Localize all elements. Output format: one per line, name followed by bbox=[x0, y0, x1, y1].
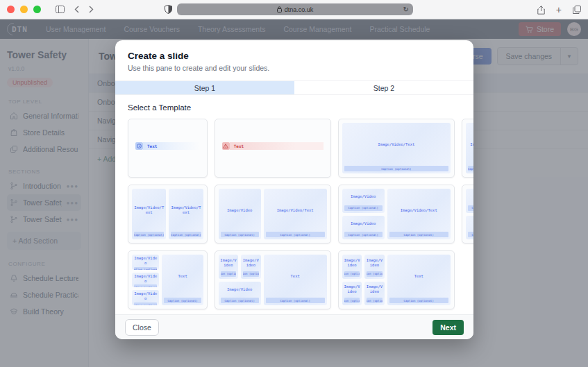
panel-label: Image/Video bbox=[466, 216, 473, 232]
template-panel: Image/VideoCaption (optional) bbox=[466, 216, 473, 240]
modal-body: Select a Template TextTextImage/Video/Te… bbox=[115, 95, 473, 318]
panel-label: Image/Video bbox=[342, 216, 385, 232]
back-icon[interactable] bbox=[74, 6, 79, 13]
step-tab[interactable]: Step 1 bbox=[115, 81, 294, 94]
template-panel: Image/VideoCaption (optional) bbox=[132, 290, 159, 305]
banner-text: Text bbox=[230, 142, 324, 150]
tab-overview-icon[interactable] bbox=[573, 6, 581, 14]
template-card-mixed-grid-plus-text[interactable]: Image/VideoCaption (optional)Image/Video… bbox=[215, 250, 331, 309]
panel-label: Image/Video bbox=[219, 189, 261, 232]
forward-icon[interactable] bbox=[89, 6, 94, 13]
panel-label: Image/Video bbox=[132, 290, 159, 302]
panel-stack: Image/VideoCaption (optional)Image/Video… bbox=[342, 255, 385, 305]
panel-caption: Caption (optional) bbox=[344, 205, 383, 211]
template-panel: Image/VideoCaption (optional) bbox=[342, 255, 362, 279]
template-card-info-banner[interactable]: Text bbox=[128, 119, 208, 178]
panel-label: Image/Video bbox=[219, 255, 238, 271]
template-panel: Image/Video/TextCaption (optional) bbox=[169, 189, 203, 239]
panel-stack: Image/VideoCaption (optional)Image/Video… bbox=[132, 255, 159, 305]
panel-caption: Caption (optional) bbox=[134, 267, 157, 270]
panel-label: Image/Video bbox=[241, 255, 260, 271]
panel-label: Image/Video bbox=[466, 189, 473, 205]
template-panel: Image/VideoCaption (optional) bbox=[219, 255, 238, 279]
template-layout: Image/VideoCaption (optional)Image/Video… bbox=[466, 189, 473, 239]
template-panel: Image/VideoCaption (optional) bbox=[219, 189, 261, 239]
panel-label: Image/Video/Text bbox=[387, 189, 451, 232]
panel-label: Image/Video/Text bbox=[169, 189, 203, 232]
template-card-two-stack-plus-text[interactable]: Image/VideoCaption (optional)Image/Video… bbox=[462, 185, 473, 244]
template-panel: Image/Video/TextCaption (optional) bbox=[132, 189, 166, 239]
panel-stack: Image/VideoCaption (optional)Image/Video… bbox=[219, 255, 261, 305]
panel-caption: Caption (optional) bbox=[367, 271, 382, 277]
template-card-single-panel[interactable]: Image/Video/TextCaption (optional) bbox=[338, 119, 455, 178]
modal-title: Create a slide bbox=[128, 51, 461, 61]
sidebar-toggle-icon[interactable] bbox=[56, 6, 65, 13]
template-panel: Image/VideoCaption (optional) bbox=[342, 282, 362, 306]
template-panel: Image/Video/TextCaption (optional) bbox=[264, 189, 327, 239]
panel-label: Image/Video/Text bbox=[342, 123, 451, 166]
warning-icon bbox=[222, 142, 230, 150]
template-panel: Image/VideoCaption (optional) bbox=[132, 255, 159, 270]
panel-caption: Caption (optional) bbox=[221, 298, 259, 303]
panel-caption: Caption (optional) bbox=[134, 284, 157, 287]
close-window-button[interactable] bbox=[7, 6, 15, 13]
panel-label: Image/Video bbox=[364, 255, 384, 271]
template-panel: Image/VideoCaption (optional) bbox=[342, 189, 385, 213]
template-card-two-stack-plus-media[interactable]: Image/VideoCaption (optional)Image/Video… bbox=[338, 185, 455, 244]
template-panel: Image/VideoCaption (optional) bbox=[132, 273, 159, 288]
panel-caption: Caption (optional) bbox=[221, 232, 259, 237]
panel-caption: Caption (optional) bbox=[266, 232, 325, 237]
template-card-quad-grid-plus-text[interactable]: Image/VideoCaption (optional)Image/Video… bbox=[338, 250, 455, 309]
template-layout: Image/VideoCaption (optional)Image/Video… bbox=[466, 123, 473, 173]
panel-label: Image/Video bbox=[132, 255, 159, 267]
template-layout: Image/VideoCaption (optional)Image/Video… bbox=[219, 255, 327, 305]
template-panel: Image/Video/TextCaption (optional) bbox=[387, 189, 451, 239]
template-card-two-columns[interactable]: Image/Video/TextCaption (optional)Image/… bbox=[128, 185, 208, 244]
template-card-two-columns-asymmetric[interactable]: Image/VideoCaption (optional)Image/Video… bbox=[215, 185, 331, 244]
template-panel: Image/VideoCaption (optional) bbox=[364, 255, 384, 279]
panel-label: Image/Video bbox=[342, 189, 385, 205]
panel-caption: Caption (optional) bbox=[243, 271, 258, 277]
panel-caption: Caption (optional) bbox=[389, 298, 448, 303]
template-panel: Image/VideoCaption (optional) bbox=[342, 216, 385, 240]
template-panel: TextCaption (optional) bbox=[387, 255, 451, 305]
panel-caption: Caption (optional) bbox=[367, 298, 382, 303]
template-card-warning-banner[interactable]: Text bbox=[215, 119, 331, 178]
template-grid: TextTextImage/Video/TextCaption (optiona… bbox=[128, 119, 461, 309]
minimize-window-button[interactable] bbox=[20, 6, 28, 13]
new-tab-icon[interactable]: + bbox=[556, 4, 562, 15]
zoom-window-button[interactable] bbox=[33, 6, 41, 13]
privacy-shield-icon[interactable] bbox=[165, 5, 172, 14]
panel-caption: Caption (optional) bbox=[344, 232, 383, 237]
info-icon bbox=[135, 142, 143, 150]
panel-caption: Caption (optional) bbox=[221, 271, 236, 277]
banner-text: Text bbox=[143, 142, 200, 150]
panel-caption: Caption (optional) bbox=[171, 232, 201, 237]
panel-stack: Image/VideoCaption (optional)Image/Video… bbox=[466, 189, 473, 239]
panel-label: Image/Video/Text bbox=[132, 189, 166, 232]
share-icon[interactable] bbox=[537, 6, 545, 15]
banner-slide: Text bbox=[132, 123, 203, 173]
panel-row: Image/VideoCaption (optional)Image/Video… bbox=[342, 282, 385, 306]
modal-footer: Close Next bbox=[115, 314, 473, 339]
template-card-three-columns[interactable]: Image/VideoCaption (optional)Image/Video… bbox=[462, 119, 473, 178]
panel-label: Image/Video bbox=[342, 255, 362, 271]
panel-caption: Caption (optional) bbox=[134, 302, 157, 305]
address-bar[interactable]: dtna.co.uk ↻ bbox=[177, 3, 413, 15]
close-button[interactable]: Close bbox=[125, 319, 159, 336]
browser-chrome: dtna.co.uk ↻ + bbox=[0, 0, 588, 19]
step-tab[interactable]: Step 2 bbox=[294, 81, 473, 94]
panel-stack: Image/VideoCaption (optional)Image/Video… bbox=[342, 189, 385, 239]
next-button[interactable]: Next bbox=[432, 320, 464, 335]
panel-caption: Caption (optional) bbox=[164, 298, 201, 303]
screen: dtna.co.uk ↻ + DTN User ManagementCourse… bbox=[0, 0, 588, 367]
panel-caption: Caption (optional) bbox=[344, 271, 360, 277]
template-panel: TextCaption (optional) bbox=[264, 255, 327, 305]
template-layout: Image/VideoCaption (optional)Image/Video… bbox=[132, 255, 203, 305]
panel-label: Text bbox=[162, 255, 203, 298]
template-card-three-stack-plus-text[interactable]: Image/VideoCaption (optional)Image/Video… bbox=[128, 250, 208, 309]
reload-icon[interactable]: ↻ bbox=[403, 6, 409, 13]
select-template-label: Select a Template bbox=[128, 103, 461, 112]
step-tabs: Step 1Step 2 bbox=[115, 80, 473, 95]
panel-label: Image/Video bbox=[466, 123, 473, 166]
